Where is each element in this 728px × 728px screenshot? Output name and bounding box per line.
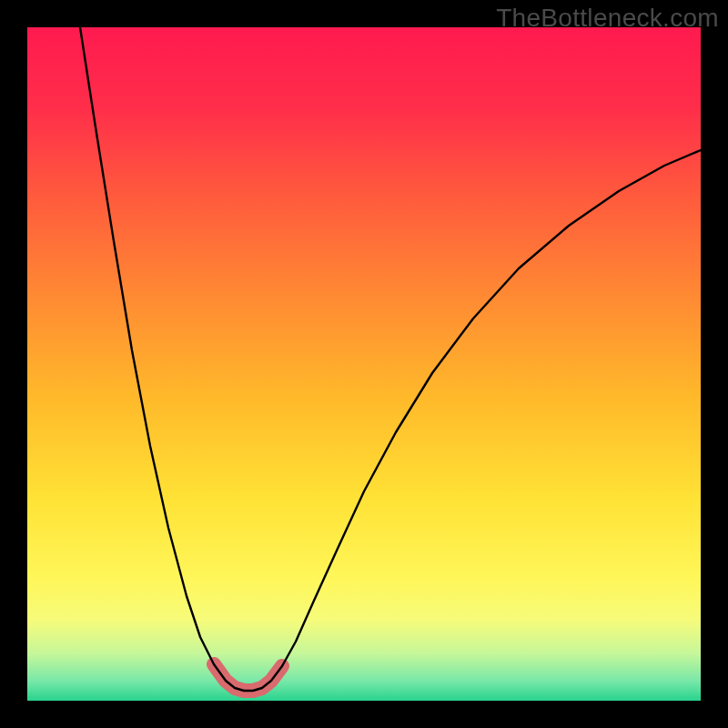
chart-container: TheBottleneck.com — [0, 0, 728, 728]
plot-area — [27, 27, 701, 701]
gradient-background — [27, 27, 701, 701]
chart-svg — [27, 27, 701, 701]
watermark-text: TheBottleneck.com — [496, 4, 719, 33]
